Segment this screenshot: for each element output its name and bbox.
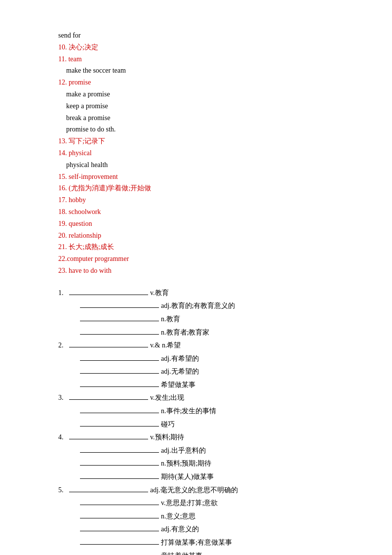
vocab-row: n.事件;发生的事情 xyxy=(58,405,334,418)
list-item: 19. question xyxy=(58,218,334,230)
definition: adj.出乎意料的 xyxy=(161,444,206,458)
list-item: make a promise xyxy=(58,88,334,100)
definition: n.意义;意思 xyxy=(161,510,196,523)
vocab-row: adj.有意义的 xyxy=(58,523,334,536)
definition: 碰巧 xyxy=(161,418,175,431)
vocab-num: 1. xyxy=(58,287,69,300)
fill-blank[interactable] xyxy=(80,478,159,479)
vocab-expansion: 1.v.教育adj.教育的;有教育意义的n.教育n.教育者;教育家2.v.& n… xyxy=(58,287,334,555)
vocab-row: 5.adj.毫无意义的;意思不明确的 xyxy=(58,484,334,497)
vocab-row: 1.v.教育 xyxy=(58,287,334,300)
fill-blank[interactable] xyxy=(69,347,148,347)
definition: 期待(某人)做某事 xyxy=(161,470,214,484)
fill-blank[interactable] xyxy=(69,439,148,439)
vocab-row: adj.教育的;有教育意义的 xyxy=(58,299,334,313)
list-item: 21. 长大;成熟;成长 xyxy=(58,241,334,253)
fill-blank[interactable] xyxy=(80,413,159,413)
vocab-row: 4.v.预料;期待 xyxy=(58,431,334,444)
vocab-row: adj.出乎意料的 xyxy=(58,444,334,458)
vocab-row: 意味着做某事 xyxy=(58,550,334,555)
fill-blank[interactable] xyxy=(80,531,159,531)
definition: adj.无希望的 xyxy=(161,365,199,379)
list-item: 16. (尤指为消遣)学着做;开始做 xyxy=(58,182,334,194)
list-item: break a promise xyxy=(58,112,334,124)
vocab-row: adj.无希望的 xyxy=(58,365,334,379)
fill-blank[interactable] xyxy=(80,518,159,518)
list-item: 22.computer programmer xyxy=(58,253,334,265)
vocab-num: 5. xyxy=(58,484,69,497)
list-item: keep a promise xyxy=(58,100,334,112)
fill-blank[interactable] xyxy=(69,399,148,400)
definition: 希望做某事 xyxy=(161,379,196,392)
vocab-row: n.教育 xyxy=(58,313,334,326)
vocab-row: adj.有希望的 xyxy=(58,352,334,366)
vocab-row: n.意义;意思 xyxy=(58,510,334,523)
vocab-row: v.意思是;打算;意欲 xyxy=(58,497,334,510)
vocab-row: 3.v.发生;出现 xyxy=(58,391,334,405)
vocab-row: 打算做某事;有意做某事 xyxy=(58,536,334,550)
list-item: promise to do sth. xyxy=(58,124,334,135)
definition: v.预料;期待 xyxy=(150,431,184,444)
vocab-row: 希望做某事 xyxy=(58,379,334,392)
list-item: physical health xyxy=(58,159,334,171)
fill-blank[interactable] xyxy=(80,452,159,453)
list-item: make the soccer team xyxy=(58,65,334,77)
vocab-row: n.预料;预期;期待 xyxy=(58,457,334,470)
list-item: 23. have to do with xyxy=(58,265,334,277)
fill-blank[interactable] xyxy=(69,492,148,492)
list-item: send for xyxy=(58,30,334,42)
fill-blank[interactable] xyxy=(80,386,159,387)
list-item: 11. team xyxy=(58,53,334,65)
definition: adj.毫无意义的;意思不明确的 xyxy=(150,484,238,497)
fill-blank[interactable] xyxy=(80,505,159,505)
vocab-num: 2. xyxy=(58,339,69,352)
definition: adj.有希望的 xyxy=(161,352,199,366)
definition: v.教育 xyxy=(150,287,169,300)
definition: n.教育者;教育家 xyxy=(161,326,209,340)
fill-blank[interactable] xyxy=(80,426,159,427)
definition: v.& n.希望 xyxy=(150,339,181,352)
vocab-num: 3. xyxy=(58,391,69,405)
vocab-row: 碰巧 xyxy=(58,418,334,431)
vocab-row: n.教育者;教育家 xyxy=(58,326,334,340)
definition: v.意思是;打算;意欲 xyxy=(161,497,218,510)
definition: 意味着做某事 xyxy=(161,550,202,555)
list-item: 15. self-improvement xyxy=(58,171,334,183)
fill-blank[interactable] xyxy=(80,321,159,321)
vocab-row: 2.v.& n.希望 xyxy=(58,339,334,352)
fill-blank[interactable] xyxy=(80,373,159,374)
definition: adj.教育的;有教育意义的 xyxy=(161,299,235,313)
list-item: 18. schoolwork xyxy=(58,206,334,218)
list-item: 10. 决心;决定 xyxy=(58,42,334,53)
fill-blank[interactable] xyxy=(80,334,159,335)
list-item: 20. relationship xyxy=(58,230,334,242)
list-item: 12. promise xyxy=(58,77,334,88)
fill-blank[interactable] xyxy=(80,360,159,361)
definition: n.事件;发生的事情 xyxy=(161,405,216,418)
definition: n.教育 xyxy=(161,313,180,326)
top-list: send for10. 决心;决定11. teammake the soccer… xyxy=(58,30,334,277)
vocab-num: 4. xyxy=(58,431,69,444)
list-item: 17. hobby xyxy=(58,194,334,206)
definition: v.发生;出现 xyxy=(150,391,184,405)
list-item: 14. physical xyxy=(58,147,334,159)
fill-blank[interactable] xyxy=(80,544,159,545)
list-item: 13. 写下;记录下 xyxy=(58,135,334,147)
fill-blank[interactable] xyxy=(69,295,148,295)
definition: 打算做某事;有意做某事 xyxy=(161,536,232,550)
definition: adj.有意义的 xyxy=(161,523,199,536)
vocab-row: 期待(某人)做某事 xyxy=(58,470,334,484)
definition: n.预料;预期;期待 xyxy=(161,457,211,470)
fill-blank[interactable] xyxy=(80,307,159,308)
fill-blank[interactable] xyxy=(80,465,159,466)
